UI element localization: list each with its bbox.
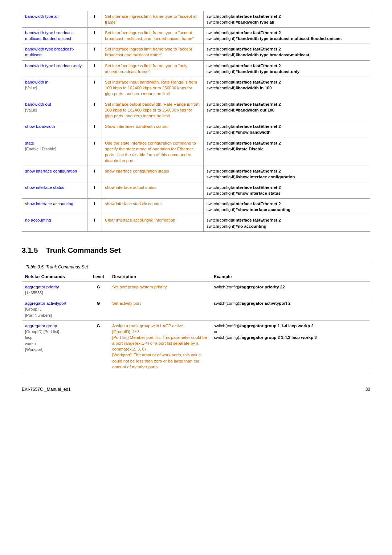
section-title: Trunk Commands Set: [46, 246, 121, 254]
command-name: aggregator activityport: [25, 301, 66, 305]
level-cell: I: [87, 121, 102, 138]
level-cell: I: [87, 60, 102, 77]
command-cell: bandwidth type broadcast-multicast-flood…: [22, 28, 87, 44]
table-row: bandwidth type broadcast-multicast-flood…: [22, 28, 370, 44]
description-cell: Set interface input bandwidth. Rate Rang…: [102, 77, 204, 99]
description-cell: Set port group system priority: [109, 281, 211, 298]
level-cell: I: [87, 99, 102, 121]
command-sub: [Value]: [25, 86, 37, 90]
example-cell: switch(config)#interface fastEthernet 2s…: [204, 215, 370, 231]
description-cell: show interface statistic counter: [102, 199, 204, 215]
level-cell: I: [87, 199, 102, 215]
level-cell: I: [87, 11, 102, 28]
command-cell: bandwidth type broadcast-multicast: [22, 44, 87, 60]
command-cell: bandwidth in[Value]: [22, 77, 87, 99]
table-row: no accountingIClear interface accounting…: [22, 215, 370, 231]
command-name: bandwidth type broadcast-multicast-flood…: [25, 31, 74, 41]
column-header: Netstar Commands: [22, 272, 87, 281]
example-cell: switch(config)#interface fastEthernet 2s…: [204, 28, 370, 44]
table-row: state[Enable | Disable]IUse the state in…: [22, 138, 370, 166]
trunk-table-title: Table 3.5: Trunk Commands Set: [22, 262, 370, 272]
command-name: show interface status: [25, 185, 64, 190]
command-cell: bandwidth type broadcast-only: [22, 60, 87, 77]
example-cell: switch(config)#interface fastEthernet 2s…: [204, 121, 370, 138]
table-row: bandwidth type allISet interface ingress…: [22, 11, 370, 28]
command-cell: aggregator activityport[Group ID][Port N…: [22, 298, 87, 321]
command-sub: [Value]: [25, 108, 37, 112]
table-row: aggregator priority[1~65535]GSet port gr…: [22, 281, 370, 298]
command-name: show interface accounting: [25, 202, 73, 206]
description-cell: Set interface ingress limit frame type t…: [102, 28, 204, 44]
command-name: show interface configuration: [25, 169, 77, 173]
level-cell: I: [87, 44, 102, 60]
example-cell: switch(config)#interface fastEthernet 2s…: [204, 11, 370, 28]
description-cell: Assign a trunk group with LACP active.[G…: [109, 320, 211, 372]
footer-left: EKI-7657C _Manual_ed1: [22, 387, 71, 392]
command-name: no accounting: [25, 218, 51, 222]
command-cell: state[Enable | Disable]: [22, 138, 87, 166]
description-cell: Show interfaces bandwidth control: [102, 121, 204, 138]
interface-commands-table: bandwidth type allISet interface ingress…: [22, 11, 370, 232]
table-row: aggregator activityport[Group ID][Port N…: [22, 298, 370, 321]
command-cell: bandwidth type all: [22, 11, 87, 28]
command-cell: aggregator group[GroupID] [Port-list]lac…: [22, 320, 87, 372]
command-name: show bandwidth: [25, 124, 55, 129]
trunk-table-container: Table 3.5: Trunk Commands Set Netstar Co…: [22, 262, 370, 372]
level-cell: I: [87, 28, 102, 44]
example-cell: switch(config)#aggregator group 1 1-4 la…: [211, 320, 370, 372]
command-cell: show bandwidth: [22, 121, 87, 138]
level-cell: I: [87, 77, 102, 99]
description-cell: show interface actual status: [102, 182, 204, 199]
command-name: bandwidth type all: [25, 14, 58, 19]
command-name: aggregator group: [25, 324, 57, 328]
description-cell: Set activity port: [109, 298, 211, 321]
example-cell: switch(config)#interface fastEthernet 2s…: [204, 60, 370, 77]
example-cell: switch(config)#interface fastEthernet 2s…: [204, 199, 370, 215]
table-row: bandwidth type broadcast-onlyISet interf…: [22, 60, 370, 77]
column-header: Example: [211, 272, 370, 281]
command-name: aggregator priority: [25, 285, 59, 289]
command-sub: [1~65535]: [25, 291, 43, 295]
example-cell: switch(config)#interface fastEthernet 2s…: [204, 138, 370, 166]
level-cell: G: [87, 320, 109, 372]
command-name: bandwidth in: [25, 80, 49, 84]
description-cell: show interface configuration status: [102, 166, 204, 182]
command-name: bandwidth out: [25, 102, 51, 106]
level-cell: G: [87, 298, 109, 321]
column-header: Level: [87, 272, 109, 281]
description-cell: Set interface ingress limit frame type t…: [102, 44, 204, 60]
level-cell: I: [87, 182, 102, 199]
section-number: 3.1.5: [22, 246, 38, 254]
command-cell: show interface status: [22, 182, 87, 199]
command-name: bandwidth type broadcast-only: [25, 64, 82, 68]
table-row: show interface accountingIshow interface…: [22, 199, 370, 215]
level-cell: I: [87, 215, 102, 231]
table-row: bandwidth out[Value]ISet interface outpu…: [22, 99, 370, 121]
trunk-commands-table: Netstar CommandsLevelDescriptionExample …: [22, 272, 370, 372]
command-cell: show interface accounting: [22, 199, 87, 215]
command-cell: bandwidth out[Value]: [22, 99, 87, 121]
description-cell: Clear interface accounting information: [102, 215, 204, 231]
footer: EKI-7657C _Manual_ed1 30: [22, 387, 370, 392]
command-cell: no accounting: [22, 215, 87, 231]
command-name: bandwidth type broadcast-multicast: [25, 47, 74, 57]
table-row: show bandwidthIShow interfaces bandwidth…: [22, 121, 370, 138]
example-cell: switch(config)#aggregator priority 22: [211, 281, 370, 298]
description-cell: Set interface output bandwidth. Rate Ran…: [102, 99, 204, 121]
table-row: show interface statusIshow interface act…: [22, 182, 370, 199]
level-cell: I: [87, 138, 102, 166]
example-cell: switch(config)#interface fastEthernet 2s…: [204, 77, 370, 99]
example-cell: switch(config)#interface fastEthernet 2s…: [204, 99, 370, 121]
description-cell: Use the state interface configuration co…: [102, 138, 204, 166]
command-sub: [Enable | Disable]: [25, 147, 56, 151]
command-name: state: [25, 141, 34, 145]
table-row: bandwidth type broadcast-multicastISet i…: [22, 44, 370, 60]
example-cell: switch(config)#interface fastEthernet 2s…: [204, 44, 370, 60]
command-sub: [GroupID] [Port-list]lacpworkp[Workport]: [25, 329, 59, 352]
description-cell: Set interface ingress limit frame type t…: [102, 60, 204, 77]
table-row: aggregator group[GroupID] [Port-list]lac…: [22, 320, 370, 372]
table-row: bandwidth in[Value]ISet interface input …: [22, 77, 370, 99]
command-sub: [Group ID][Port Numbers]: [25, 307, 52, 317]
level-cell: I: [87, 166, 102, 182]
example-cell: switch(config)#interface fastEthernet 2s…: [204, 166, 370, 182]
